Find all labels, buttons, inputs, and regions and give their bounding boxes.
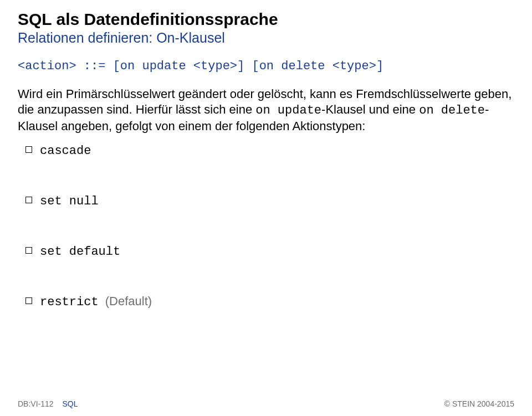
list-item-label: set default (40, 245, 120, 259)
page-subtitle: Relationen definieren: On-Klausel (18, 30, 514, 46)
footer-left: DB:VI-112 SQL (18, 399, 78, 408)
syntax-line: <action> ::= [on update <type>] [on dele… (18, 59, 514, 73)
bullet-icon (25, 297, 32, 304)
list-item-note: (Default) (105, 294, 152, 308)
para1-code-2: on delete (419, 104, 485, 117)
footer-id: DB:VI-112 (18, 399, 54, 408)
footer-copyright: © STEIN 2004-2015 (444, 399, 514, 408)
list-item: set null (18, 193, 514, 208)
action-type-list: cascade set null set default restrict (D… (18, 143, 514, 309)
page-title: SQL als Datendefinitionssprache (18, 10, 514, 29)
list-item: restrict (Default) (18, 294, 514, 309)
list-item-label: set null (40, 194, 99, 208)
bullet-icon (25, 197, 32, 203)
para1-text-mid1: -Klausel und eine (321, 102, 419, 116)
list-item: cascade (18, 143, 514, 158)
bullet-icon (25, 146, 32, 153)
page-footer: DB:VI-112 SQL © STEIN 2004-2015 (0, 399, 532, 408)
para1-code-1: on update (255, 104, 321, 117)
document-page: SQL als Datendefinitionssprache Relation… (0, 0, 532, 416)
paragraph-1: Wird ein Primärschlüsselwert geändert od… (18, 86, 514, 134)
list-item-label: restrict (40, 295, 99, 309)
list-item-label: cascade (40, 144, 91, 158)
bullet-icon (25, 247, 32, 254)
footer-label: SQL (62, 399, 78, 408)
list-item: set default (18, 244, 514, 259)
